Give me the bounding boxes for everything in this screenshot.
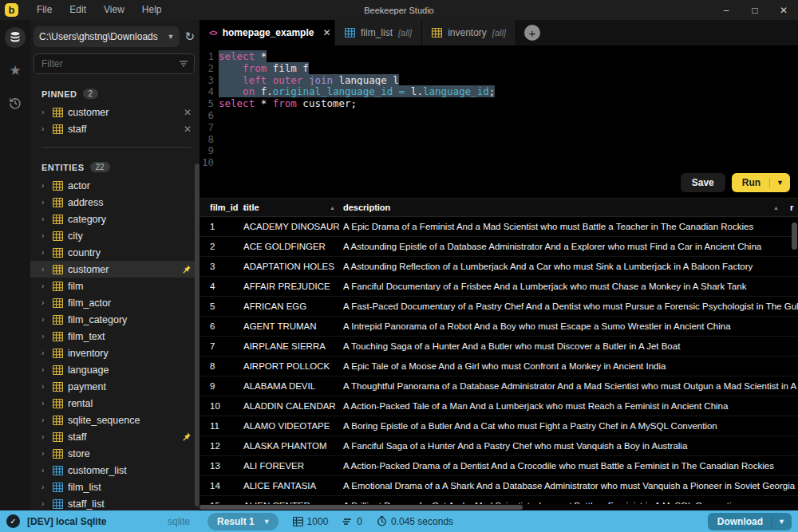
cell-description[interactable]: A Action-Packed Drama of a Dentist And a…: [343, 461, 798, 471]
cell-description[interactable]: A Epic Drama of a Feminist And a Mad Sci…: [343, 222, 798, 231]
entity-item-staff_list[interactable]: › staff_list: [30, 495, 200, 510]
download-button[interactable]: Download ▼: [708, 513, 792, 530]
table-row[interactable]: 7AIRPLANE SIERRAA Touching Saga of a Hun…: [200, 337, 798, 357]
table-row[interactable]: 8AIRPORT POLLOCKA Epic Tale of a Moose A…: [200, 357, 798, 376]
cell-description[interactable]: A Boring Epistle of a Butler And a Cat w…: [343, 421, 798, 431]
cell-title[interactable]: ALICE FANTASIA: [243, 481, 343, 491]
cell-film-id[interactable]: 2: [200, 242, 243, 251]
entity-item-country[interactable]: › country: [30, 244, 200, 261]
tab-close-icon[interactable]: ✕: [322, 27, 330, 38]
chevron-right-icon[interactable]: ›: [41, 124, 48, 133]
save-button[interactable]: Save: [681, 173, 725, 192]
maximize-button[interactable]: □: [741, 0, 769, 20]
history-tab-icon[interactable]: [5, 93, 26, 113]
chevron-right-icon[interactable]: ›: [41, 248, 48, 257]
tab-inventory[interactable]: inventory[all]: [422, 20, 516, 45]
table-row[interactable]: 10ALADDIN CALENDARA Action-Packed Tale o…: [200, 396, 798, 416]
column-header-description[interactable]: description▲: [343, 203, 790, 212]
table-row[interactable]: 11ALAMO VIDEOTAPEA Boring Epistle of a B…: [200, 416, 798, 436]
cell-film-id[interactable]: 1: [200, 222, 243, 231]
chevron-right-icon[interactable]: ›: [41, 181, 48, 190]
cell-title[interactable]: AIRPLANE SIERRA: [243, 341, 343, 351]
cell-description[interactable]: A Astounding Epistle of a Database Admin…: [343, 242, 798, 251]
table-row[interactable]: 12ALASKA PHANTOMA Fanciful Saga of a Hun…: [200, 436, 798, 456]
column-header-title[interactable]: title▲: [243, 203, 343, 212]
cell-description[interactable]: A Astounding Reflection of a Lumberjack …: [343, 262, 798, 271]
entity-item-payment[interactable]: › payment: [30, 378, 200, 395]
cell-film-id[interactable]: 13: [200, 461, 243, 471]
cell-film-id[interactable]: 6: [200, 321, 243, 331]
entity-item-film_actor[interactable]: › film_actor: [30, 294, 200, 311]
table-row[interactable]: 6AGENT TRUMANA Intrepid Panorama of a Ro…: [200, 317, 798, 337]
chevron-right-icon[interactable]: ›: [41, 416, 48, 424]
cell-film-id[interactable]: 5: [200, 301, 243, 311]
entity-filter-input[interactable]: [34, 53, 195, 74]
cell-description[interactable]: A Intrepid Panorama of a Robot And a Boy…: [343, 321, 798, 331]
entity-item-film_text[interactable]: › film_text: [30, 328, 200, 345]
chevron-right-icon[interactable]: ›: [41, 399, 48, 408]
chevron-right-icon[interactable]: ›: [41, 265, 48, 274]
pinned-item-customer[interactable]: › customer✕: [30, 104, 200, 120]
cell-title[interactable]: AFRICAN EGG: [243, 301, 343, 311]
chevron-right-icon[interactable]: ›: [41, 315, 48, 324]
table-row[interactable]: 3ADAPTATION HOLESA Astounding Reflection…: [200, 257, 798, 277]
results-vertical-scrollbar[interactable]: [792, 223, 797, 250]
tab-homepage_example[interactable]: <>homepage_example✕: [200, 20, 335, 45]
chevron-right-icon[interactable]: ›: [41, 365, 48, 374]
cell-film-id[interactable]: 4: [200, 282, 243, 291]
cell-title[interactable]: ADAPTATION HOLES: [243, 262, 343, 271]
run-dropdown-icon[interactable]: ▼: [769, 178, 790, 187]
column-header-next-partial[interactable]: r: [790, 203, 798, 212]
unpin-close-icon[interactable]: ✕: [184, 124, 192, 135]
table-row[interactable]: 1ACADEMY DINOSAURA Epic Drama of a Femin…: [200, 217, 798, 237]
entity-item-address[interactable]: › address: [30, 194, 200, 211]
table-row[interactable]: 14ALICE FANTASIAA Emotional Drama of a A…: [200, 476, 798, 496]
chevron-right-icon[interactable]: ›: [41, 483, 48, 491]
chevron-right-icon[interactable]: ›: [41, 349, 48, 357]
chevron-right-icon[interactable]: ›: [41, 449, 48, 458]
chevron-right-icon[interactable]: ›: [41, 298, 48, 307]
entity-item-film_category[interactable]: › film_category: [30, 311, 200, 328]
cell-film-id[interactable]: 11: [200, 421, 243, 431]
cell-film-id[interactable]: 8: [200, 361, 243, 371]
entity-item-city[interactable]: › city: [30, 227, 200, 244]
menu-edit[interactable]: Edit: [61, 0, 95, 20]
sql-editor[interactable]: 1select *2 from film f3 left outer join …: [200, 45, 798, 198]
refresh-icon[interactable]: ↻: [184, 30, 195, 44]
table-row[interactable]: 9ALABAMA DEVILA Thoughtful Panorama of a…: [200, 376, 798, 396]
cell-description[interactable]: A Touching Saga of a Hunter And a Butler…: [343, 341, 798, 351]
table-row[interactable]: 2ACE GOLDFINGERA Astounding Epistle of a…: [200, 237, 798, 257]
chevron-right-icon[interactable]: ›: [41, 231, 48, 240]
cell-title[interactable]: AFFAIR PREJUDICE: [243, 282, 343, 291]
cell-title[interactable]: ALI FOREVER: [243, 461, 343, 471]
new-tab-button[interactable]: +: [524, 25, 540, 41]
entity-item-store[interactable]: › store: [30, 445, 200, 462]
table-row[interactable]: 5AFRICAN EGGA Fast-Paced Documentary of …: [200, 297, 798, 317]
cell-title[interactable]: ALABAMA DEVIL: [243, 381, 343, 391]
cell-title[interactable]: ALASKA PHANTOM: [243, 441, 343, 451]
results-horizontal-scrollbar-track[interactable]: [200, 504, 798, 510]
cell-film-id[interactable]: 14: [200, 481, 243, 491]
cell-film-id[interactable]: 9: [200, 381, 243, 391]
chevron-right-icon[interactable]: ›: [41, 332, 48, 341]
results-horizontal-scrollbar[interactable]: [200, 505, 523, 510]
chevron-right-icon[interactable]: ›: [41, 215, 48, 223]
menu-help[interactable]: Help: [133, 0, 171, 20]
chevron-right-icon[interactable]: ›: [41, 382, 48, 391]
entity-item-actor[interactable]: › actor: [30, 177, 200, 194]
entity-item-film_list[interactable]: › film_list: [30, 479, 200, 495]
unpin-close-icon[interactable]: ✕: [184, 107, 192, 118]
cell-description[interactable]: A Fanciful Documentary of a Frisbee And …: [343, 282, 798, 291]
chevron-right-icon[interactable]: ›: [41, 282, 48, 290]
cell-film-id[interactable]: 10: [200, 401, 243, 411]
entity-item-customer_list[interactable]: › customer_list: [30, 462, 200, 479]
download-dropdown-icon[interactable]: ▼: [771, 517, 792, 526]
run-button[interactable]: Run ▼: [732, 173, 790, 192]
entity-item-language[interactable]: › language: [30, 361, 200, 378]
table-row[interactable]: 13ALI FOREVERA Action-Packed Drama of a …: [200, 456, 798, 476]
entity-item-customer[interactable]: › customer: [30, 261, 200, 278]
entity-item-inventory[interactable]: › inventory: [30, 345, 200, 361]
cell-description[interactable]: A Emotional Drama of a A Shark And a Dat…: [343, 481, 798, 491]
pin-icon[interactable]: [181, 432, 192, 442]
cell-description[interactable]: A Fanciful Saga of a Hunter And a Pastry…: [343, 441, 798, 451]
